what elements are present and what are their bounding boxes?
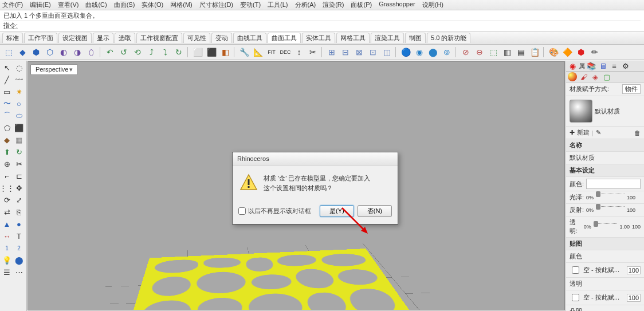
tool-tab[interactable]: 网格工具 — [336, 33, 370, 43]
menu-view[interactable]: 查看(V) — [58, 1, 79, 9]
tool-icon[interactable]: ⬛ — [205, 46, 218, 58]
fillet-icon[interactable]: ⌐ — [1, 170, 13, 182]
cone-icon[interactable]: ▲ — [1, 218, 13, 230]
select-icon[interactable]: ↖ — [1, 62, 13, 73]
dropdown-icon[interactable]: ▾ — [69, 66, 73, 73]
viewport-title[interactable]: Perspective▾ — [30, 64, 78, 75]
dim-icon[interactable]: ↔ — [1, 230, 13, 242]
ellipse-icon[interactable]: ⬭ — [13, 110, 25, 121]
tool-icon[interactable]: ⟲ — [131, 46, 144, 58]
light-icon[interactable]: 💡 — [1, 254, 13, 266]
tex-trans-pct[interactable]: 100 — [627, 294, 641, 302]
menu-help[interactable]: 说明(H) — [422, 1, 443, 9]
boolean-icon[interactable]: ⊕ — [1, 158, 13, 170]
tool-icon[interactable]: 🎨 — [547, 46, 560, 58]
menu-solid[interactable]: 实体(O) — [142, 1, 163, 9]
reflect-slider[interactable] — [596, 206, 625, 214]
tool-icon[interactable]: ◫ — [380, 46, 393, 58]
tool-icon[interactable]: FIT — [265, 46, 278, 58]
offset-icon[interactable]: ⊏ — [13, 170, 25, 182]
edit-icon[interactable]: ✎ — [596, 129, 601, 136]
tool-icon[interactable]: ⬜ — [191, 46, 204, 58]
trans-slider[interactable] — [594, 223, 618, 231]
tex-color-pct[interactable]: 100 — [627, 266, 641, 274]
layers-icon[interactable]: ☰ — [1, 266, 13, 278]
tool-tab[interactable]: 标准 — [2, 33, 23, 43]
tool-icon[interactable]: DEC — [279, 46, 292, 58]
menu-mesh[interactable]: 网格(M) — [170, 1, 193, 9]
tool-tab[interactable]: 工作视窗配置 — [136, 33, 182, 43]
menu-grasshopper[interactable]: Grasshopper — [379, 1, 415, 9]
move-icon[interactable]: ✥ — [13, 182, 25, 194]
copy-icon[interactable]: ⎘ — [13, 206, 25, 218]
new-material-button[interactable]: 新建 — [577, 128, 590, 137]
tool-tab[interactable]: 变动 — [211, 33, 232, 43]
tool-icon[interactable]: ⬢ — [575, 46, 587, 58]
tex-color-checkbox[interactable] — [572, 266, 579, 274]
tool-tab[interactable]: 工作平面 — [24, 33, 57, 43]
menu-curve[interactable]: 曲线(C) — [85, 1, 107, 9]
layers-tab-icon[interactable]: 📚 — [586, 61, 596, 71]
display-tab-icon[interactable]: 🖥 — [598, 61, 608, 71]
rotate-icon[interactable]: ⟳ — [1, 194, 13, 206]
array-icon[interactable]: ⋮⋮ — [1, 182, 13, 194]
menu-dim[interactable]: 尺寸标注(D) — [199, 1, 233, 9]
text-icon[interactable]: T — [13, 230, 25, 242]
add-icon[interactable]: ✚ — [570, 129, 575, 136]
tool-icon[interactable]: 🔵 — [399, 46, 412, 58]
tool-icon[interactable]: ↻ — [172, 46, 185, 58]
tool-icon[interactable]: ◐ — [57, 46, 70, 58]
tool-icon[interactable]: ⬯ — [85, 46, 97, 58]
tool-icon[interactable]: 📋 — [528, 46, 541, 58]
tool-icon[interactable]: ⬤ — [427, 46, 439, 58]
tool-tab[interactable]: 5.0 的新功能 — [427, 33, 470, 43]
menu-surface[interactable]: 曲面(S) — [114, 1, 135, 9]
tool-icon[interactable]: ⬚ — [2, 46, 15, 58]
c2-icon[interactable]: 2 — [13, 242, 25, 254]
tool-tab[interactable]: 可见性 — [183, 33, 210, 43]
tool-icon[interactable]: ⬡ — [44, 46, 56, 58]
trim-icon[interactable]: ✂ — [13, 158, 25, 170]
arc-icon[interactable]: ⌒ — [1, 110, 13, 121]
tool-icon[interactable]: ✏ — [588, 46, 601, 58]
line-icon[interactable]: ╱ — [1, 74, 13, 85]
assign-mode-dropdown[interactable]: 物件 — [622, 84, 641, 94]
more-tab-icon[interactable]: ≡ — [609, 61, 619, 71]
checker-icon[interactable]: ◈ — [590, 72, 600, 82]
dont-show-checkbox[interactable] — [238, 207, 246, 215]
polygon-icon[interactable]: ⬠ — [1, 122, 13, 133]
no-button[interactable]: 否(N) — [358, 205, 392, 217]
sphere-icon[interactable]: ● — [13, 218, 25, 230]
lasso-icon[interactable]: ◌ — [13, 62, 25, 73]
delete-icon[interactable]: 🗑 — [634, 129, 641, 136]
tool-icon[interactable]: ⊖ — [473, 46, 486, 58]
brush-icon[interactable]: 🖌 — [579, 72, 589, 82]
solid-icon[interactable]: ⬛ — [13, 122, 25, 133]
menu-analyze[interactable]: 分析(A) — [295, 1, 316, 9]
mirror-icon[interactable]: ⇄ — [1, 206, 13, 218]
paint-icon[interactable]: ⬤ — [13, 254, 25, 266]
tool-icon[interactable]: ⤴ — [145, 46, 158, 58]
env-icon[interactable]: ▢ — [602, 72, 612, 82]
tool-icon[interactable]: ⊚ — [441, 46, 453, 58]
tool-icon[interactable]: ✂ — [307, 46, 319, 58]
yes-button[interactable]: 是(Y) — [320, 205, 354, 217]
tool-icon[interactable]: ⊟ — [339, 46, 352, 58]
tool-icon[interactable]: ◉ — [413, 46, 426, 58]
extrude-icon[interactable]: ⬆ — [1, 146, 13, 158]
tool-icon[interactable]: ⊡ — [367, 46, 379, 58]
props-tab-label[interactable]: 属 — [579, 62, 585, 70]
tool-icon[interactable]: ↺ — [117, 46, 130, 58]
color-swatch[interactable] — [586, 179, 641, 189]
tool-tab[interactable]: 制图 — [405, 33, 426, 43]
explode-icon[interactable]: ✷ — [13, 86, 25, 97]
tool-icon[interactable]: ⬢ — [30, 46, 42, 58]
command-prompt[interactable]: 指令: — [3, 20, 641, 30]
tool-icon[interactable]: ⊘ — [460, 46, 472, 58]
curve-icon[interactable]: 〜 — [1, 98, 13, 109]
voronoi-surface[interactable] — [125, 249, 417, 310]
dont-show-again[interactable]: 以后不再显示该对话框 — [238, 207, 311, 215]
tex-trans-slot[interactable]: 空 - 按此赋... — [583, 293, 625, 302]
menu-tools[interactable]: 工具(L) — [268, 1, 288, 9]
material-orb-icon[interactable] — [567, 72, 578, 82]
